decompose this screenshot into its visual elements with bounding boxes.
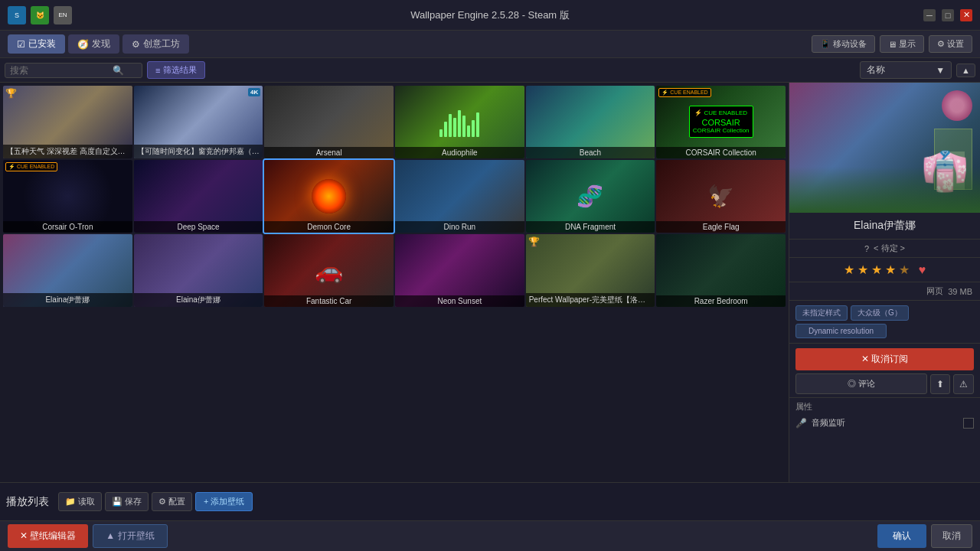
stars-row: ★ ★ ★ ★ ★ ♥ — [789, 258, 980, 282]
star-1[interactable]: ★ — [844, 262, 854, 277]
workshop-icon: ⚙ — [132, 39, 140, 50]
favorite-button[interactable]: ♥ — [919, 263, 926, 277]
nav-actions: 📱 移动设备 🖥 显示 ⚙ 设置 — [812, 35, 972, 53]
tags-row: 未指定样式 大众级（G） Dynamic resolution — [789, 301, 980, 344]
wallpaper-label: Corsair O-Tron — [3, 221, 132, 233]
wallpaper-item[interactable]: Audiophile — [395, 86, 524, 158]
mobile-button[interactable]: 📱 移动设备 — [812, 35, 875, 53]
star-2[interactable]: ★ — [858, 262, 868, 277]
nav-installed[interactable]: ☑ 已安装 — [8, 34, 65, 54]
sort-dropdown[interactable]: 名称 ▼ — [860, 61, 952, 79]
mobile-icon: 📱 — [820, 39, 831, 49]
window-controls: ─ □ ✕ — [923, 9, 972, 21]
wallpaper-label: Eagle Flag — [656, 221, 786, 233]
comment-button[interactable]: ◎ 评论 — [795, 373, 927, 394]
filter-button[interactable]: ≡ 筛选结果 — [147, 61, 205, 79]
wallpaper-label: Neon Sunset — [395, 295, 524, 307]
wallpaper-label: DNA Fragment — [526, 221, 655, 233]
attr-title: 属性 — [795, 401, 974, 412]
search-bar: 🔍 ≡ 筛选结果 名称 ▼ ▲ — [0, 58, 980, 83]
wallpaper-item[interactable]: Razer Bedroom — [656, 234, 786, 307]
wallpaper-item[interactable]: Deep Space — [134, 160, 263, 233]
report-button[interactable]: ⚠ — [953, 374, 974, 394]
comment-row: ◎ 评论 ⬆ ⚠ — [795, 373, 974, 394]
main-layout: 🏆【五种天气 深深视差 高度自定义】伊普娜 未尽之旅——夜...4K【可随时间变… — [0, 83, 980, 482]
wallpaper-item[interactable]: Demon Core — [264, 160, 394, 233]
wallpaper-item[interactable]: ⚡ CUE ENABLEDCorsair O-Tron — [3, 160, 132, 233]
nav-bar: ☑ 已安装 🧭 发现 ⚙ 创意工坊 📱 移动设备 🖥 显示 ⚙ 设置 — [0, 31, 980, 58]
trophy-badge: 🏆 — [5, 88, 17, 99]
lang-icon: EN — [54, 6, 72, 24]
settings-button[interactable]: ⚙ 设置 — [929, 35, 972, 53]
wallpaper-label: 【五种天气 深深视差 高度自定义】伊普娜 未尽之旅——夜... — [3, 145, 132, 158]
playlist-save-button[interactable]: 💾 保存 — [105, 492, 149, 511]
search-input[interactable] — [10, 65, 109, 76]
folder-icon: 📁 — [65, 497, 76, 507]
display-button[interactable]: 🖥 显示 — [880, 35, 924, 53]
wallpaper-item[interactable]: Neon Sunset — [395, 234, 524, 307]
maximize-button[interactable]: □ — [942, 9, 954, 21]
wallpaper-label: Deep Space — [134, 221, 263, 233]
wallpaper-item[interactable]: Dino Run — [395, 160, 524, 233]
star-5[interactable]: ★ — [899, 262, 910, 277]
wallpaper-label: Dino Run — [395, 221, 524, 233]
minimize-button[interactable]: ─ — [923, 9, 936, 21]
playlist-config-button[interactable]: ⚙ 配置 — [152, 492, 192, 511]
tag-resolution[interactable]: Dynamic resolution — [795, 324, 887, 338]
close-button[interactable]: ✕ — [960, 9, 972, 21]
wallpaper-item[interactable]: 🏆Perfect Wallpaper-完美壁纸【洛樱粒子+多风格动态音频... — [526, 234, 655, 307]
wallpaper-item[interactable]: 4K【可随时间变化】窗竞的伊邦嘉（优化版本）——夜宫Night — [134, 86, 263, 158]
config-icon: ⚙ — [158, 497, 166, 507]
wallpaper-detail-title: Elaina伊蕾娜 — [789, 213, 980, 240]
wallpaper-item[interactable]: 🚗Fantastic Car — [264, 234, 394, 307]
search-icon: 🔍 — [113, 65, 124, 76]
nav-workshop[interactable]: ⚙ 创意工坊 — [122, 34, 189, 54]
info-row: 网页 39 MB — [789, 282, 980, 301]
wallpaper-item[interactable]: Elaina伊蕾娜 — [3, 234, 132, 307]
wallpaper-grid: 🏆【五种天气 深深视差 高度自定义】伊普娜 未尽之旅——夜...4K【可随时间变… — [3, 86, 786, 307]
status-line: ? < 待定 > — [789, 240, 980, 258]
cancel-button[interactable]: 取消 — [931, 524, 972, 548]
share-button[interactable]: ⬆ — [930, 374, 950, 394]
cue-enabled-badge: ⚡ CUE ENABLED — [5, 162, 57, 171]
nav-discover[interactable]: 🧭 发现 — [68, 34, 119, 54]
tag-rating[interactable]: 大众级（G） — [851, 305, 909, 321]
chevron-down-icon: ▼ — [936, 65, 945, 76]
preview-image: 👘 — [789, 83, 980, 213]
tag-style[interactable]: 未指定样式 — [795, 305, 848, 321]
collapse-button[interactable]: ▲ — [956, 64, 975, 77]
star-3[interactable]: ★ — [871, 262, 882, 277]
wallpaper-item[interactable]: 🧬DNA Fragment — [526, 160, 655, 233]
add-wallpaper-button[interactable]: + 添加壁纸 — [195, 492, 253, 511]
wallpaper-label: CORSAIR Collection — [656, 147, 786, 158]
playlist-bar: 播放列表 📁 读取 💾 保存 ⚙ 配置 + 添加壁纸 — [0, 482, 980, 520]
wallpaper-label: Fantastic Car — [264, 295, 394, 307]
wallpaper-label: Beach — [526, 147, 655, 158]
gear-icon: ⚙ — [937, 39, 945, 49]
size-label: 39 MB — [948, 287, 972, 296]
wallpaper-label: Audiophile — [395, 147, 524, 158]
bottom-bar: ✕ 壁纸编辑器 ▲ 打开壁纸 确认 取消 — [0, 520, 980, 551]
wallpaper-grid-container: 🏆【五种天气 深深视差 高度自定义】伊普娜 未尽之旅——夜...4K【可随时间变… — [0, 83, 789, 482]
unsubscribe-button[interactable]: ✕ 取消订阅 — [795, 348, 974, 370]
filter-icon: ≡ — [155, 66, 160, 75]
wallpaper-item[interactable]: 🦅Eagle Flag — [656, 160, 786, 233]
wallpaper-label: Elaina伊蕾娜 — [134, 293, 263, 307]
right-panel: 👘 Elaina伊蕾娜 ? < 待定 > ★ ★ ★ ★ ★ ♥ 网页 39 M… — [789, 83, 980, 482]
trophy-badge: 🏆 — [528, 236, 540, 247]
playlist-read-button[interactable]: 📁 读取 — [58, 492, 102, 511]
4k-badge: 4K — [248, 88, 260, 96]
wallpaper-item[interactable]: Beach — [526, 86, 655, 158]
editor-button[interactable]: ✕ 壁纸编辑器 — [8, 524, 88, 548]
audio-checkbox[interactable] — [963, 418, 974, 429]
confirm-button[interactable]: 确认 — [877, 524, 926, 548]
bottom-left: ✕ 壁纸编辑器 ▲ 打开壁纸 — [8, 524, 168, 548]
bottom-right: 确认 取消 — [877, 524, 972, 548]
star-4[interactable]: ★ — [885, 262, 896, 277]
open-wallpaper-button[interactable]: ▲ 打开壁纸 — [93, 524, 167, 548]
wallpaper-item[interactable]: Elaina伊蕾娜 — [134, 234, 263, 307]
wallpaper-item[interactable]: 🏆【五种天气 深深视差 高度自定义】伊普娜 未尽之旅——夜... — [3, 86, 132, 158]
wallpaper-item[interactable]: ⚡ CUE ENABLEDCORSAIRCORSAIR Collection⚡ … — [656, 86, 786, 158]
wallpaper-item[interactable]: Arsenal — [264, 86, 394, 158]
trees-bg — [789, 167, 980, 213]
